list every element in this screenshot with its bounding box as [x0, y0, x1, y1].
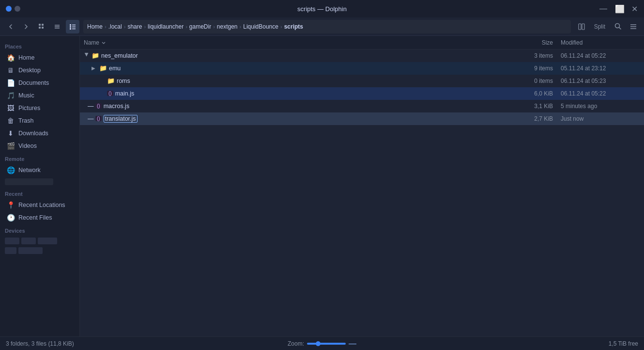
pictures-icon: 🖼	[7, 104, 15, 112]
sidebar-item-recent-locations[interactable]: 📍 Recent Locations	[2, 199, 77, 211]
sidebar-item-videos[interactable]: 🎬 Videos	[2, 140, 77, 152]
filename: emu	[109, 65, 121, 72]
svg-rect-14	[582, 24, 584, 30]
minimize-button[interactable]: —	[599, 4, 607, 13]
svg-rect-7	[70, 24, 71, 26]
table-row[interactable]: 📁 roms 0 items 06.11.24 at 05:23	[80, 75, 644, 87]
row-modified: Just now	[557, 115, 644, 122]
svg-rect-9	[70, 26, 71, 28]
js-icon: ()	[95, 103, 102, 109]
sidebar-music-label: Music	[18, 92, 34, 99]
col-modified-header[interactable]: Modified	[557, 39, 644, 46]
search-button[interactable]	[611, 20, 625, 33]
filename: translator.js	[104, 115, 138, 123]
row-size: 3,1 KiB	[513, 103, 557, 110]
downloads-icon: ⬇	[7, 129, 15, 137]
sidebar-item-pictures[interactable]: 🖼 Pictures	[2, 102, 77, 114]
sidebar-downloads-label: Downloads	[18, 130, 48, 137]
col-modified-label: Modified	[561, 39, 583, 46]
sidebar-pictures-label: Pictures	[18, 105, 40, 111]
back-button[interactable]	[4, 20, 17, 33]
recent-files-icon: 🕐	[7, 214, 15, 222]
table-row[interactable]: — () macros.js 3,1 KiB 5 minutes ago	[80, 100, 644, 112]
sidebar-item-music[interactable]: 🎵 Music	[2, 89, 77, 102]
main-layout: Places 🏠 Home 🖥 Desktop 📄 Documents 🎵 Mu…	[0, 36, 644, 336]
table-row[interactable]: — () translator.js 2,7 KiB Just now	[80, 112, 644, 125]
toolbar-right: Split	[575, 20, 640, 33]
row-name-translator-js: — () translator.js	[80, 115, 513, 123]
row-modified: 06.11.24 at 05:23	[557, 78, 644, 84]
sidebar-item-trash[interactable]: 🗑 Trash	[2, 114, 77, 127]
bc-home[interactable]: Home	[87, 23, 103, 30]
maximize-button[interactable]: ⬜	[615, 4, 623, 14]
svg-rect-1	[42, 24, 44, 26]
devices-placeholder-1	[5, 238, 75, 254]
bc-local[interactable]: .local	[108, 23, 122, 30]
breadcrumb[interactable]: Home › .local › share › liquidlauncher ›…	[83, 20, 571, 33]
sidebar-remote-placeholder	[5, 178, 53, 185]
split-icon[interactable]	[575, 20, 588, 33]
bc-nextgen[interactable]: nextgen	[217, 23, 238, 30]
bc-share[interactable]: share	[127, 23, 142, 30]
network-icon: 🌐	[7, 166, 15, 174]
col-name-header[interactable]: Name	[80, 39, 513, 46]
svg-rect-13	[579, 24, 581, 30]
list-view-button[interactable]	[50, 20, 64, 33]
col-name-label: Name	[84, 39, 99, 46]
dash-spacer: —	[88, 115, 93, 122]
window-title: scripts — Dolphin	[297, 5, 347, 13]
row-modified: 5 minutes ago	[557, 103, 644, 110]
menu-button[interactable]	[627, 20, 640, 33]
zoom-thumb[interactable]	[316, 341, 321, 346]
bc-liquidlauncher[interactable]: liquidlauncher	[148, 23, 184, 30]
window-dots	[6, 6, 20, 12]
bc-scripts[interactable]: scripts	[284, 23, 303, 30]
window-controls[interactable]: — ⬜ ✕	[599, 4, 638, 14]
sidebar-item-documents[interactable]: 📄 Documents	[2, 77, 77, 89]
sidebar-item-downloads[interactable]: ⬇ Downloads	[2, 127, 77, 140]
svg-rect-0	[39, 24, 41, 26]
js-icon: ()	[107, 91, 113, 96]
table-row[interactable]: ▶ 📁 emu 9 items 05.11.24 at 23:12	[80, 62, 644, 75]
row-size: 2,7 KiB	[513, 115, 557, 122]
expand-arrow-icon[interactable]: ▶	[84, 53, 90, 59]
row-size: 6,0 KiB	[513, 90, 557, 97]
sidebar-documents-label: Documents	[18, 80, 49, 86]
file-area: Name Size Modified ▶ 📁 nes_emulator 3 it…	[80, 36, 644, 336]
dot-dim	[15, 6, 20, 12]
music-icon: 🎵	[7, 92, 15, 99]
folder-icon: 📁	[99, 64, 107, 72]
sidebar-item-home[interactable]: 🏠 Home	[2, 51, 77, 64]
expand-arrow-icon[interactable]: ▶	[92, 65, 97, 71]
sidebar-desktop-label: Desktop	[18, 67, 41, 74]
table-row[interactable]: () main.js 6,0 KiB 06.11.24 at 05:22	[80, 87, 644, 100]
sidebar-item-network[interactable]: 🌐 Network	[2, 164, 77, 176]
bc-liquidbounce[interactable]: LiquidBounce	[243, 23, 278, 30]
sidebar-item-recent-files[interactable]: 🕐 Recent Files	[2, 211, 77, 224]
row-name-nes_emulator: ▶ 📁 nes_emulator	[80, 52, 513, 59]
close-button[interactable]: ✕	[630, 4, 638, 14]
table-row[interactable]: ▶ 📁 nes_emulator 3 items 06.11.24 at 05:…	[80, 49, 644, 62]
zoom-slider[interactable]	[307, 343, 346, 345]
dash-spacer: —	[88, 103, 93, 110]
home-icon: 🏠	[7, 54, 15, 62]
split-button[interactable]: Split	[590, 21, 609, 32]
col-size-label: Size	[542, 39, 553, 46]
zoom-minus-icon[interactable]: —	[349, 339, 356, 348]
bc-gamedir[interactable]: gameDir	[189, 23, 211, 30]
places-label: Places	[0, 40, 79, 51]
row-modified: 06.11.24 at 05:22	[557, 90, 644, 97]
sidebar-home-label: Home	[18, 54, 34, 61]
svg-line-16	[619, 28, 621, 30]
detail-view-button[interactable]	[66, 20, 79, 33]
grid-view-button[interactable]	[35, 20, 48, 33]
sidebar-trash-label: Trash	[18, 117, 34, 124]
row-modified: 06.11.24 at 05:22	[557, 52, 644, 59]
svg-rect-11	[70, 28, 71, 30]
forward-button[interactable]	[19, 20, 33, 33]
col-size-header[interactable]: Size	[513, 39, 557, 46]
sidebar-item-desktop[interactable]: 🖥 Desktop	[2, 64, 77, 77]
sidebar-network-label: Network	[18, 167, 41, 174]
remote-label: Remote	[0, 152, 79, 164]
row-name-main-js: () main.js	[80, 90, 513, 97]
